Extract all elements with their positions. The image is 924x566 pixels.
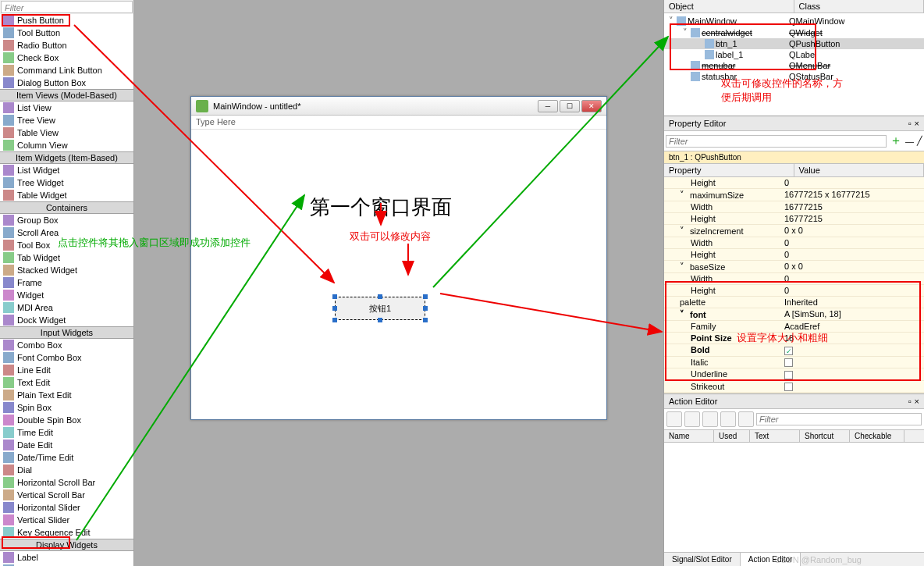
widget-item[interactable]: Line Edit	[0, 364, 133, 376]
widget-item[interactable]: Table View	[0, 126, 133, 139]
dock-close-icon[interactable]: ×	[915, 119, 919, 128]
property-row[interactable]: Width16777215	[664, 201, 924, 213]
widget-item[interactable]: Plain Text Edit	[0, 389, 133, 401]
property-row[interactable]: Strikeout	[664, 381, 924, 393]
close-button[interactable]: ✕	[581, 100, 602, 112]
minimize-button[interactable]: ─	[538, 100, 558, 112]
widget-item[interactable]: Table Widget	[0, 189, 133, 201]
widget-item[interactable]: Tool Button	[0, 27, 133, 39]
dock-close-icon[interactable]: ×	[915, 397, 919, 406]
property-row[interactable]: ˅maximumSize16777215 x 16777215	[664, 189, 924, 201]
label-widget[interactable]: 第一个窗口界面	[310, 194, 452, 221]
object-row[interactable]: menubarQMenuBar	[664, 60, 924, 71]
property-row[interactable]: Height0	[664, 177, 924, 189]
property-row[interactable]: Height0	[664, 285, 924, 297]
widget-item[interactable]: Dial	[0, 464, 133, 476]
widget-item[interactable]: Text Edit	[0, 376, 133, 389]
widget-item[interactable]: Group Box	[0, 214, 133, 226]
widget-item[interactable]: Dialog Button Box	[0, 77, 133, 89]
object-tree[interactable]: ˅MainWindowQMainWindow˅centralwidgetQWid…	[664, 13, 924, 84]
designer-menubar[interactable]: Type Here	[191, 116, 606, 130]
property-row[interactable]: Height16777215	[664, 213, 924, 225]
property-row[interactable]: FamilyAcadEref	[664, 321, 924, 333]
widget-item[interactable]: Command Link Button	[0, 64, 133, 77]
delete-action-button[interactable]	[720, 411, 736, 427]
property-row[interactable]: Width0	[664, 237, 924, 249]
widget-icon	[3, 52, 14, 63]
action-tab[interactable]: Signal/Slot Editor	[664, 553, 741, 566]
widget-item[interactable]: Spin Box	[0, 401, 133, 414]
widget-item[interactable]: Combo Box	[0, 339, 133, 351]
widget-item[interactable]: Label	[0, 551, 133, 564]
dock-float-icon[interactable]: ▫	[908, 119, 912, 128]
widget-item[interactable]: Horizontal Slider	[0, 501, 133, 514]
property-row[interactable]: Point Size18	[664, 333, 924, 344]
widget-item[interactable]: Date Edit	[0, 439, 133, 451]
window-titlebar[interactable]: MainWindow - untitled* ─ ☐ ✕	[191, 97, 606, 116]
action-list[interactable]	[664, 443, 924, 552]
property-row[interactable]: Underline	[664, 368, 924, 381]
property-row[interactable]: ˅baseSize0 x 0	[664, 261, 924, 273]
property-menu-icon[interactable]: ╱	[917, 136, 922, 146]
designer-window: MainWindow - untitled* ─ ☐ ✕ Type Here 第…	[190, 96, 607, 420]
property-row[interactable]: Width0	[664, 273, 924, 285]
property-row[interactable]: ˅sizeIncrement0 x 0	[664, 225, 924, 237]
property-row[interactable]: Height0	[664, 249, 924, 261]
push-button-widget[interactable]: 按钮1	[335, 297, 425, 320]
widget-item[interactable]: Stacked Widget	[0, 264, 133, 276]
widget-item[interactable]: Push Button	[0, 14, 133, 27]
widget-item[interactable]: List View	[0, 101, 133, 114]
property-row[interactable]: Italic	[664, 357, 924, 369]
property-filter[interactable]	[666, 135, 887, 148]
object-row[interactable]: statusbarQStatusBar	[664, 71, 924, 82]
widget-item[interactable]: Tab Widget	[0, 251, 133, 264]
copy-action-button[interactable]	[684, 411, 700, 427]
paste-action-button[interactable]	[702, 411, 718, 427]
widget-item[interactable]: Date/Time Edit	[0, 451, 133, 464]
object-row[interactable]: ˅MainWindowQMainWindow	[664, 15, 924, 27]
property-back-icon[interactable]: —	[905, 137, 914, 146]
new-action-button[interactable]	[666, 411, 682, 427]
widget-icon	[3, 352, 14, 363]
add-property-icon[interactable]: ＋	[890, 133, 902, 149]
object-row[interactable]: label_1QLabel	[664, 49, 924, 60]
widget-icon	[3, 390, 14, 400]
widget-icon	[3, 165, 14, 176]
widget-item[interactable]: List Widget	[0, 164, 133, 176]
maximize-button[interactable]: ☐	[560, 100, 580, 112]
widget-item[interactable]: Vertical Scroll Bar	[0, 489, 133, 501]
widget-item[interactable]: Radio Button	[0, 39, 133, 52]
widget-item[interactable]: Dock Widget	[0, 314, 133, 326]
designer-canvas[interactable]: 第一个窗口界面 按钮1	[191, 130, 606, 419]
widget-item[interactable]: Vertical Slider	[0, 514, 133, 526]
property-row[interactable]: Bold	[664, 344, 924, 357]
widget-item[interactable]: Key Sequence Edit	[0, 526, 133, 539]
action-toolbar	[664, 409, 924, 430]
widget-item[interactable]: Font Combo Box	[0, 351, 133, 364]
action-columns: NameUsedTextShortcutCheckable	[664, 430, 924, 443]
widget-item[interactable]: Check Box	[0, 52, 133, 64]
action-filter[interactable]	[756, 413, 922, 425]
property-row[interactable]: ˅fontA [SimSun, 18]	[664, 308, 924, 321]
widget-item[interactable]: Widget	[0, 289, 133, 301]
widget-icon	[3, 127, 14, 138]
dock-float-icon[interactable]: ▫	[908, 397, 912, 406]
widget-item[interactable]: Tree Widget	[0, 176, 133, 189]
widget-item[interactable]: Double Spin Box	[0, 414, 133, 426]
widget-icon	[3, 552, 14, 563]
widget-item[interactable]: MDI Area	[0, 301, 133, 314]
widget-item[interactable]: Tool Box	[0, 239, 133, 251]
widget-item[interactable]: Horizontal Scroll Bar	[0, 476, 133, 489]
widget-item[interactable]: Tree View	[0, 114, 133, 126]
widget-filter[interactable]: Filter	[1, 1, 133, 13]
widget-item[interactable]: Time Edit	[0, 426, 133, 439]
object-row[interactable]: btn_1QPushButton	[664, 38, 924, 49]
config-action-button[interactable]	[738, 411, 754, 427]
widget-item[interactable]: Scroll Area	[0, 226, 133, 239]
property-row[interactable]: paletteInherited	[664, 297, 924, 308]
property-grid[interactable]: Height0˅maximumSize16777215 x 16777215Wi…	[664, 177, 924, 393]
widget-item[interactable]: Column View	[0, 139, 133, 151]
widget-item[interactable]: Frame	[0, 276, 133, 289]
object-row[interactable]: ˅centralwidgetQWidget	[664, 27, 924, 38]
widget-icon	[3, 477, 14, 488]
